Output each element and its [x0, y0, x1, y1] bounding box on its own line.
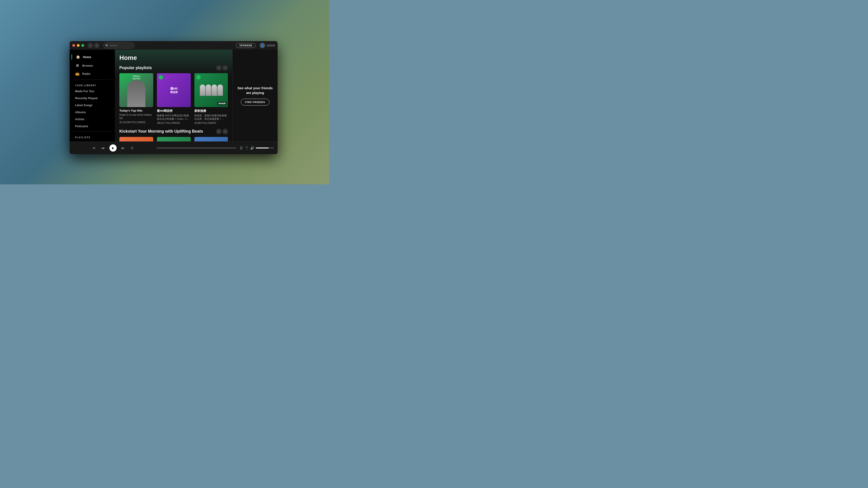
play-xinge-button[interactable]: ▶: [207, 86, 216, 95]
search-input[interactable]: [110, 44, 132, 47]
browse-label: Browse: [82, 64, 93, 67]
close-button[interactable]: [72, 44, 75, 47]
volume-bar[interactable]: [256, 148, 274, 149]
card-xinge-img-container: 新歌熱播 ♪ ▶: [194, 73, 228, 107]
main-content: 🏠 Home ⊞ Browse 📻 Radio YOUR LIBRARY Mad…: [70, 50, 278, 141]
card-hito[interactable]: 最Hit 華語榜 ♪ ▶ 最Hit華語榜 最新最 HITO 的華語流行歌曲就在這…: [157, 73, 191, 124]
albums-label: Albums: [75, 110, 86, 114]
friends-title: See what your friends are playing: [237, 86, 273, 95]
home-icon: 🏠: [76, 55, 80, 59]
morning-section-nav: ‹ ›: [216, 129, 228, 134]
morning-section: Kickstart Your Morning with Uplifting Be…: [119, 129, 228, 141]
popular-playlists-title: Popular playlists: [119, 66, 152, 70]
search-icon: 🔍: [105, 44, 108, 47]
shuffle-button[interactable]: ⇄: [91, 145, 97, 151]
made-for-you-label: Made For You: [75, 90, 94, 93]
active-indicator: [71, 54, 72, 60]
browse-icon: ⊞: [75, 63, 80, 68]
next-button[interactable]: ⏭: [120, 145, 126, 151]
search-bar[interactable]: 🔍: [103, 42, 135, 48]
maximize-button[interactable]: [81, 44, 84, 47]
play-top-hits-button[interactable]: ▶: [132, 86, 141, 95]
player-right: ☰ 📱 🔊: [240, 146, 274, 150]
morning-card-1[interactable]: [119, 137, 153, 141]
sidebar-item-radio[interactable]: 📻 Radio: [71, 70, 113, 78]
upgrade-button[interactable]: UPGRADE: [236, 43, 256, 48]
forward-button[interactable]: ›: [94, 43, 99, 48]
morning-card-2-bg: [157, 137, 191, 141]
minimize-button[interactable]: [77, 44, 80, 47]
card-hito-title: 最Hit華語榜: [157, 109, 191, 113]
popular-playlists-row: Today'sTop Hits ▶ Today's Top Hits Drake…: [119, 73, 228, 124]
card-hito-followers: 288,417 FOLLOWERS: [157, 122, 191, 124]
sidebar-item-artists[interactable]: Artists: [71, 116, 113, 123]
repeat-button[interactable]: ↺: [129, 145, 135, 151]
morning-card-3-bg: 全球人氣榜: [194, 137, 228, 141]
library-nav: Made For You Recently Played Liked Songs…: [70, 88, 115, 130]
progress-bar-container[interactable]: [157, 148, 237, 149]
radio-label: Radio: [82, 72, 90, 75]
podcasts-label: Podcasts: [75, 125, 88, 128]
title-bar: ‹ › 🔍 UPGRADE 👤 123123: [70, 41, 278, 50]
sidebar-item-home[interactable]: 🏠 Home: [71, 53, 113, 61]
section-nav: ‹ ›: [216, 65, 228, 70]
sidebar-item-recently-played[interactable]: Recently Played: [71, 95, 113, 102]
username-label: 123123: [267, 44, 275, 47]
card-top-hits-followers: 26,154,995 FOLLOWERS: [119, 121, 153, 124]
prev-button[interactable]: ⏮: [100, 145, 106, 151]
nav-next-button[interactable]: ›: [222, 65, 228, 70]
card-hito-desc: 最新最 HITO 的華語流行歌曲就在這立即收聽！Cover: 八三夭: [157, 114, 191, 121]
card-xinge-desc: 新造型、新發行的最佳歌曲都在這裡，而且每週更新！Cover: (G)-IDLE: [194, 114, 228, 121]
content-area: Home Popular playlists ‹ › Today'sTop Hi…: [115, 50, 232, 141]
play-hito-button[interactable]: ▶: [169, 86, 178, 95]
volume-fill: [256, 148, 269, 149]
sidebar-item-browse[interactable]: ⊞ Browse: [71, 61, 113, 70]
library-section-title: YOUR LIBRARY: [70, 82, 115, 88]
home-label: Home: [83, 55, 91, 59]
queue-icon[interactable]: ☰: [240, 146, 243, 150]
card-xinge-title: 新歌熱播: [194, 109, 228, 113]
morning-card-2[interactable]: [157, 137, 191, 141]
card-top-hits[interactable]: Today'sTop Hits ▶ Today's Top Hits Drake…: [119, 73, 153, 124]
playlists-nav: + New Playlist: [70, 140, 115, 141]
card-top-hits-img-container: Today'sTop Hits ▶: [119, 73, 153, 107]
user-badge[interactable]: 👤 123123: [260, 43, 275, 48]
sidebar-divider-1: [73, 79, 111, 80]
morning-card-3-img: 全球人氣榜: [194, 137, 228, 141]
liked-songs-label: Liked Songs: [75, 103, 92, 107]
new-playlist-button[interactable]: + New Playlist: [71, 140, 113, 141]
popular-playlists-header: Popular playlists ‹ ›: [119, 65, 228, 70]
morning-card-2-img: [157, 137, 191, 141]
morning-section-header: Kickstart Your Morning with Uplifting Be…: [119, 129, 228, 134]
back-button[interactable]: ‹: [88, 43, 93, 48]
sidebar-item-made-for-you[interactable]: Made For You: [71, 88, 113, 95]
morning-nav-prev-button[interactable]: ‹: [216, 129, 221, 134]
sidebar-item-liked-songs[interactable]: Liked Songs: [71, 102, 113, 109]
play-pause-button[interactable]: ▶: [110, 144, 117, 152]
player-bar: ⇄ ⏮ ▶ ⏭ ↺ ☰ 📱 🔊: [70, 141, 278, 154]
player-controls: ⇄ ⏮ ▶ ⏭ ↺: [73, 144, 153, 152]
playlists-section-title: PLAYLISTS: [70, 133, 115, 140]
morning-card-1-bg: [119, 137, 153, 141]
friends-panel: See what your friends are playing FIND F…: [232, 50, 278, 141]
recently-played-label: Recently Played: [75, 96, 98, 100]
card-xinge[interactable]: 新歌熱播 ♪ ▶ 新歌熱播 新造型、新發行的最佳歌曲都在這裡，而且每週更新！Co…: [194, 73, 228, 124]
devices-icon[interactable]: 📱: [245, 146, 248, 150]
sidebar-item-podcasts[interactable]: Podcasts: [71, 123, 113, 130]
morning-card-3[interactable]: 全球人氣榜: [194, 137, 228, 141]
morning-section-title: Kickstart Your Morning with Uplifting Be…: [119, 129, 203, 134]
artists-label: Artists: [75, 118, 84, 121]
card-xinge-followers: 28,984 FOLLOWERS: [194, 122, 228, 124]
card-top-hits-desc: Drake is on top of the Hottest 50!: [119, 113, 153, 120]
find-friends-button[interactable]: FIND FRIENDS: [241, 99, 270, 105]
card-top-hits-title: Today's Top Hits: [119, 109, 153, 112]
volume-icon[interactable]: 🔊: [250, 146, 254, 150]
card-hito-img-container: 最Hit 華語榜 ♪ ▶: [157, 73, 191, 107]
page-title: Home: [119, 54, 228, 61]
nav-prev-button[interactable]: ‹: [216, 65, 221, 70]
sidebar: 🏠 Home ⊞ Browse 📻 Radio YOUR LIBRARY Mad…: [70, 50, 115, 141]
app-window: ‹ › 🔍 UPGRADE 👤 123123 🏠 Home ⊞: [70, 41, 278, 154]
sidebar-item-albums[interactable]: Albums: [71, 109, 113, 116]
user-icon: 👤: [260, 43, 265, 48]
morning-nav-next-button[interactable]: ›: [222, 129, 228, 134]
